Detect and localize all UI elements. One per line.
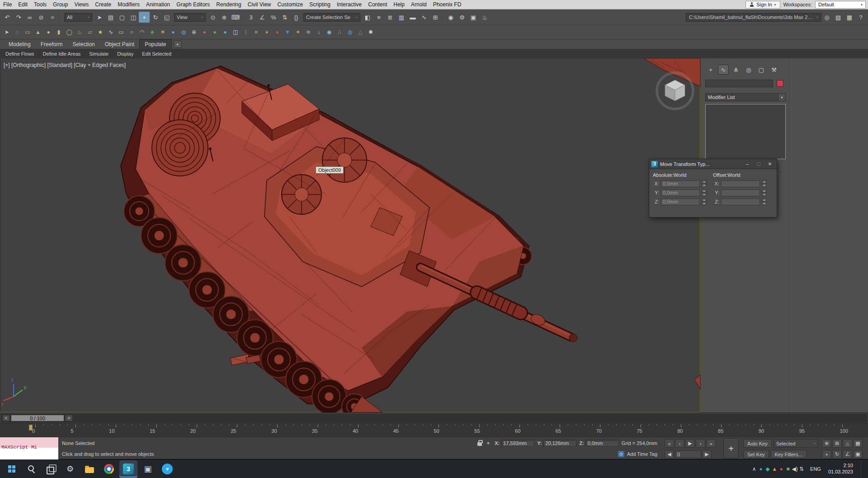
window-crossing-icon[interactable]: ◫ — [128, 12, 139, 23]
render-setup-icon[interactable]: ⚙ — [457, 12, 467, 23]
ribbon-btn-display[interactable]: Display — [113, 50, 138, 57]
help-icon[interactable]: ? — [855, 12, 866, 23]
volume-icon[interactable]: ◀) — [792, 466, 798, 472]
spinner-snap-icon[interactable]: ⇅ — [279, 12, 290, 23]
terrain-icon[interactable]: △ — [355, 27, 365, 37]
reference-coordinate-dropdown[interactable]: View ▾ — [174, 13, 206, 22]
keyboard-override-icon[interactable]: ⌨ — [230, 12, 241, 23]
menu-item-scripting[interactable]: Scripting — [306, 0, 334, 9]
wind-effect-icon[interactable]: ≋ — [303, 27, 313, 37]
current-frame-field[interactable]: 0 — [675, 450, 701, 458]
ribbon-btn-simulate[interactable]: Simulate — [85, 50, 113, 57]
mirror-icon[interactable]: ◧ — [362, 12, 373, 23]
material-editor-icon[interactable]: ◉ — [445, 12, 456, 23]
minimize-button[interactable]: – — [743, 161, 752, 168]
select-and-rotate-icon[interactable]: ↻ — [150, 12, 161, 23]
workspace-dropdown[interactable]: Default ▾ — [815, 1, 866, 9]
scene-explorer-icon[interactable]: ▥ — [396, 12, 407, 23]
menu-item-arnold[interactable]: Arnold — [408, 0, 430, 9]
display-tab-icon[interactable]: ▢ — [756, 65, 767, 75]
array-icon[interactable]: ⋮ — [241, 27, 251, 37]
ribbon-tab-freeform[interactable]: Freeform — [36, 40, 68, 49]
explosion-effect-icon[interactable]: ✶ — [293, 27, 303, 37]
menu-item-views[interactable]: Views — [71, 0, 92, 9]
close-button[interactable]: ✕ — [765, 161, 774, 168]
settings-app-icon[interactable]: ⚙ — [61, 460, 79, 478]
gravity-effect-icon[interactable]: ↓ — [314, 27, 324, 37]
tray-icon-green[interactable]: ■ — [785, 466, 791, 472]
maxscript-mini-listener[interactable]: MAXScript Mi — [0, 437, 59, 459]
lasso-select-icon[interactable]: ◌ — [12, 27, 22, 37]
absolute-y-field[interactable] — [661, 189, 700, 196]
tray-icon-orange[interactable]: ▲ — [771, 466, 778, 472]
object-color-swatch[interactable] — [777, 80, 783, 87]
zoom-region-icon[interactable]: ▦ — [853, 439, 863, 448]
star-shape-icon[interactable]: ★ — [95, 27, 105, 37]
absolute-z-field[interactable] — [661, 199, 700, 205]
chrome-icon[interactable] — [100, 460, 118, 478]
tray-icon-blue[interactable]: ● — [758, 466, 764, 472]
line-shape-icon[interactable]: ∿ — [106, 27, 116, 37]
liquid-effect-icon[interactable]: ▼ — [283, 27, 292, 37]
language-indicator[interactable]: ENG — [809, 466, 822, 472]
select-by-name-icon[interactable]: ▤ — [105, 12, 116, 23]
modifier-list-dropdown[interactable]: Modifier List ▾ — [705, 93, 786, 101]
geosphere-icon[interactable]: ◍ — [179, 27, 189, 37]
torus-primitive-icon[interactable]: ◯ — [64, 27, 74, 37]
previous-frame-arrow[interactable]: < — [2, 415, 10, 421]
edit-named-selections-icon[interactable]: {} — [291, 12, 302, 23]
time-slider-track[interactable]: < 0 / 100 > — [1, 414, 867, 422]
ribbon-btn-define-idle-areas[interactable]: Define Idle Areas — [39, 50, 85, 57]
open-containers-icon[interactable]: ▦ — [844, 12, 855, 23]
utilities-extra-icon[interactable]: ✱ — [366, 27, 376, 37]
chrome-ball-icon[interactable]: ◉ — [324, 27, 334, 37]
redo-icon[interactable]: ↷ — [13, 12, 24, 23]
hierarchy-tab-icon[interactable]: ⋔ — [731, 65, 741, 75]
selection-lock-icon[interactable] — [477, 442, 482, 446]
sphere-primitive-icon[interactable]: ● — [43, 27, 53, 37]
absolute-x-spinner[interactable]: ▴▾ — [702, 180, 707, 187]
viewport-canvas[interactable]: x y z — [0, 58, 700, 412]
align-icon[interactable]: ≡ — [373, 12, 384, 23]
snap-toggle-3d-icon[interactable]: 3 — [245, 12, 256, 23]
telegram-icon[interactable]: ➤ — [158, 460, 176, 478]
taskbar-clock[interactable]: 2:10 01.03.2023 — [826, 463, 855, 475]
menu-item-civil-view[interactable]: Civil View — [245, 0, 274, 9]
menu-item-content[interactable]: Content — [365, 0, 390, 9]
menu-item-rendering[interactable]: Rendering — [213, 0, 244, 9]
curve-editor-icon[interactable]: ∿ — [419, 12, 429, 23]
show-desktop-button[interactable] — [861, 460, 863, 478]
ribbon-tab-selection[interactable]: Selection — [67, 40, 99, 49]
named-selection-dropdown[interactable]: Create Selection Se ▾ — [303, 13, 360, 22]
go-to-start-button[interactable]: « — [665, 439, 674, 448]
object-name-field[interactable] — [705, 80, 773, 87]
network-icon[interactable]: ⇅ — [798, 466, 805, 472]
selection-filter-dropdown[interactable]: All ▾ — [64, 13, 92, 22]
snapshot-icon[interactable]: ⌗ — [251, 27, 261, 37]
tray-icon-teal[interactable]: ◆ — [764, 466, 771, 472]
percent-snap-icon[interactable]: % — [268, 12, 279, 23]
field-of-view-icon[interactable]: ∠ — [843, 450, 852, 459]
unlink-selection-icon[interactable]: ⊘ — [36, 12, 47, 23]
pan-icon[interactable]: + — [822, 450, 831, 459]
absolute-y-spinner[interactable]: ▴▾ — [702, 189, 707, 196]
teapot-primitive-icon[interactable]: ♨ — [75, 27, 85, 37]
particles-icon[interactable]: ∴ — [335, 27, 344, 37]
hidden-icons-chevron[interactable]: ∧ — [751, 466, 757, 472]
menu-item-help[interactable]: Help — [390, 0, 408, 9]
track-bar[interactable]: 0510152025303540455055606570758085909510… — [0, 423, 868, 437]
select-object-icon[interactable]: ➤ — [94, 12, 105, 23]
file-explorer-icon[interactable] — [80, 460, 99, 478]
viewcube[interactable] — [657, 73, 693, 109]
clone-icon[interactable]: ◫ — [231, 27, 241, 37]
task-view-button[interactable] — [42, 460, 60, 478]
plane-primitive-icon[interactable]: ▱ — [85, 27, 95, 37]
arc-shape-icon[interactable]: ◠ — [137, 27, 147, 37]
previous-frame-button[interactable]: ‹ — [675, 439, 684, 448]
modifier-stack[interactable] — [705, 104, 786, 159]
y-coordinate-field[interactable]: 20,126mm — [543, 440, 576, 447]
search-button[interactable] — [22, 460, 40, 478]
teal-material-icon[interactable]: ● — [220, 27, 230, 37]
compass-helper-icon[interactable]: ⊕ — [189, 27, 199, 37]
viewport[interactable]: x y z [+] [Orthographic] [Standard] [Cla… — [0, 58, 700, 412]
